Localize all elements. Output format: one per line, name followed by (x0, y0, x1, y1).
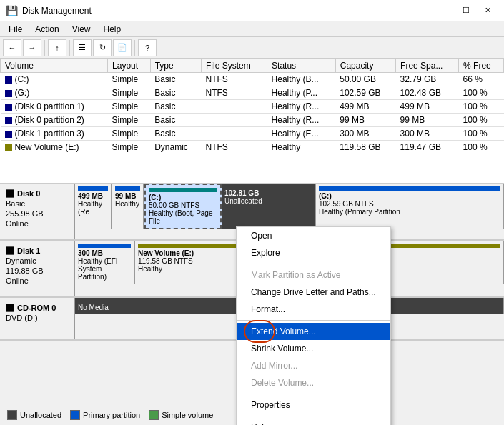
disk1-type: Dynamic (6, 256, 68, 265)
context-menu-separator (237, 416, 390, 416)
menu-bar: File Action View Help (0, 21, 504, 37)
context-menu-item-mark-active: Mark Partition as Active (237, 266, 390, 284)
col-pctfree[interactable]: % Free (459, 59, 504, 73)
volume-table: Volume Layout Type File System Status Ca… (0, 59, 504, 184)
disk1-icon (6, 246, 14, 255)
context-menu-item-change-drive[interactable]: Change Drive Letter and Paths... (237, 284, 390, 301)
col-volume[interactable]: Volume (1, 59, 108, 73)
legend-label-simple: Simple volume (162, 411, 213, 419)
disk0-icon (6, 189, 14, 198)
disk0-p2[interactable]: 99 MB Healthy (112, 184, 144, 229)
disk1-p1[interactable]: 300 MB Healthy (EFI System Partition) (75, 241, 135, 284)
disk0-p5[interactable]: (G:) 102.59 GB NTFS Healthy (Primary Par… (316, 184, 504, 229)
context-menu-item-explore[interactable]: Explore (237, 244, 390, 261)
context-menu-item-extend[interactable]: Extend Volume... (237, 323, 390, 340)
context-menu-item-add-mirror: Add Mirror... (237, 357, 390, 374)
col-status[interactable]: Status (267, 59, 336, 73)
context-menu-separator (237, 320, 390, 321)
disk0-p1[interactable]: 499 MB Healthy (Re (75, 184, 112, 229)
view-button[interactable]: ☰ (73, 39, 92, 56)
context-menu-separator (237, 394, 390, 394)
legend-label-unallocated: Unallocated (20, 411, 61, 419)
table-row[interactable]: (G:) Simple Basic NTFS Healthy (P... 102… (1, 86, 504, 100)
close-button[interactable]: ✕ (477, 4, 498, 18)
title-bar: 💾 Disk Management − ☐ ✕ (0, 0, 504, 21)
table-row[interactable]: New Volume (E:) Simple Dynamic NTFS Heal… (1, 141, 504, 154)
disk1-state: Online (6, 276, 68, 285)
context-menu-item-properties[interactable]: Properties (237, 396, 390, 414)
col-filesystem[interactable]: File System (202, 59, 267, 73)
col-freespace[interactable]: Free Spa... (396, 59, 459, 73)
menu-action[interactable]: Action (29, 23, 64, 36)
cdrom-type: DVD (D:) (6, 314, 68, 322)
context-menu-item-open[interactable]: Open (237, 227, 390, 244)
legend-box-green (149, 410, 159, 420)
legend-label-primary: Primary partition (83, 411, 140, 419)
table-row[interactable]: (C:) Simple Basic NTFS Healthy (B... 50.… (1, 73, 504, 86)
context-menu-item-delete: Delete Volume... (237, 374, 390, 391)
legend-simple: Simple volume (149, 410, 213, 420)
context-menu-item-format[interactable]: Format... (237, 301, 390, 318)
disk0-state: Online (6, 219, 68, 228)
maximize-button[interactable]: ☐ (455, 4, 477, 18)
map-button[interactable]: 📄 (113, 39, 132, 56)
disk-label-cdrom: CD-ROM 0 DVD (D:) (0, 298, 75, 339)
title-text: Disk Management (22, 6, 92, 16)
up-button[interactable]: ↑ (48, 39, 66, 56)
context-menu-item-shrink[interactable]: Shrink Volume... (237, 340, 390, 357)
back-button[interactable]: ← (3, 39, 21, 56)
help-button[interactable]: ? (138, 39, 157, 56)
context-menu: OpenExploreMark Partition as ActiveChang… (236, 226, 391, 425)
table-row[interactable]: (Disk 0 partition 1) Simple Basic Health… (1, 100, 504, 114)
disk0-type: Basic (6, 199, 68, 208)
legend-box-blue (70, 410, 80, 420)
table-row[interactable]: (Disk 1 partition 3) Simple Basic Health… (1, 127, 504, 141)
cdrom-title: CD-ROM 0 (17, 304, 56, 312)
forward-button[interactable]: → (23, 39, 41, 56)
col-layout[interactable]: Layout (108, 59, 151, 73)
menu-file[interactable]: File (3, 23, 28, 36)
legend-unallocated: Unallocated (7, 410, 61, 420)
minimize-button[interactable]: − (434, 4, 455, 18)
col-type[interactable]: Type (150, 59, 201, 73)
legend-box-black (7, 410, 17, 420)
disk-label-0: Disk 0 Basic 255.98 GB Online (0, 184, 75, 239)
cdrom-icon (6, 304, 14, 312)
disk-view-area: Disk 0 Basic 255.98 GB Online 499 MB Hea… (0, 184, 504, 425)
disk0-title: Disk 0 (17, 189, 40, 198)
context-menu-separator (237, 264, 390, 264)
app-icon: 💾 (6, 5, 18, 16)
refresh-button[interactable]: ↻ (93, 39, 112, 56)
disk0-size: 255.98 GB (6, 209, 68, 218)
disk0-p3[interactable]: (C:) 50.00 GB NTFS Healthy (Boot, Page F… (144, 184, 222, 229)
col-capacity[interactable]: Capacity (335, 59, 395, 73)
menu-view[interactable]: View (66, 23, 97, 36)
disk1-title: Disk 1 (17, 246, 40, 255)
disk-label-1: Disk 1 Dynamic 119.88 GB Online (0, 241, 75, 296)
legend-primary: Primary partition (70, 410, 140, 420)
menu-help[interactable]: Help (98, 23, 127, 36)
context-menu-item-help[interactable]: Help (237, 419, 390, 425)
disk0-p4[interactable]: 102.81 GB Unallocated (222, 184, 316, 229)
table-row[interactable]: (Disk 0 partition 2) Simple Basic Health… (1, 114, 504, 127)
toolbar: ← → ↑ ☰ ↻ 📄 ? (0, 37, 504, 59)
disk1-size: 119.88 GB (6, 266, 68, 275)
disk0-partitions: 499 MB Healthy (Re 99 MB Healthy (C:) 50… (75, 184, 504, 229)
